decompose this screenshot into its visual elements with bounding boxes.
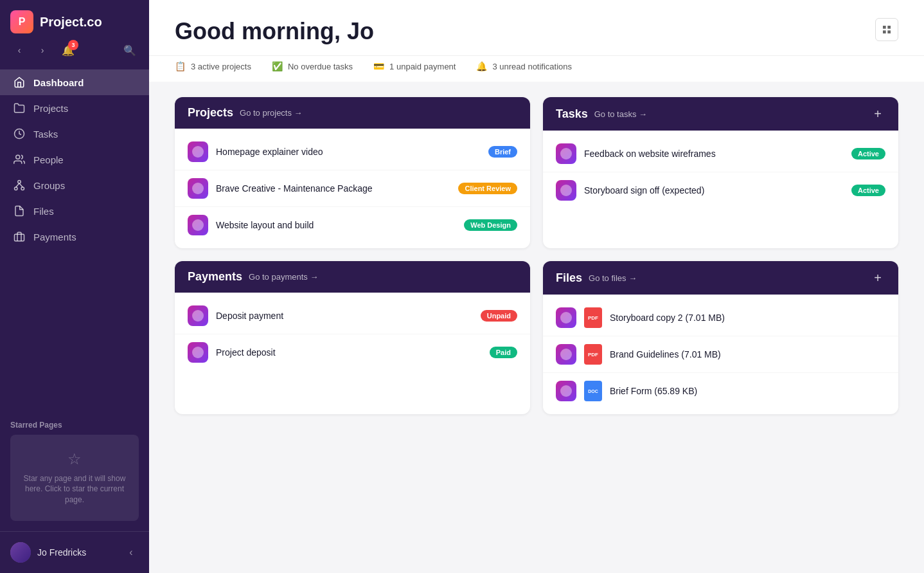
summary-active-projects: 📋 3 active projects bbox=[175, 61, 251, 71]
avatar bbox=[10, 542, 31, 563]
user-name: Jo Fredricks bbox=[37, 547, 86, 558]
sidebar-menu: Dashboard Projects Tasks People Groups bbox=[0, 64, 149, 410]
files-add-button[interactable]: + bbox=[870, 270, 885, 286]
project-badge-3: Web Design bbox=[464, 219, 517, 231]
payment-avatar-2 bbox=[188, 342, 208, 363]
home-icon bbox=[13, 76, 26, 89]
main-content: Good morning, Jo 📋 3 active projects ✅ N… bbox=[149, 0, 924, 573]
avatar-image bbox=[10, 542, 31, 563]
payment-badge-2: Paid bbox=[490, 347, 517, 358]
projects-card: Projects Go to projects → Homepage expla… bbox=[175, 97, 530, 248]
file-avatar-2 bbox=[556, 344, 576, 365]
sidebar: P Project.co ‹ › 🔔 3 🔍 Dashboard Project… bbox=[0, 0, 149, 573]
tasks-card-title: Tasks bbox=[556, 107, 588, 121]
task-badge-2: Active bbox=[851, 185, 885, 196]
sidebar-item-dashboard[interactable]: Dashboard bbox=[0, 69, 149, 95]
tasks-card-link[interactable]: Go to tasks → bbox=[594, 109, 647, 119]
file-row-2[interactable]: PDF Brand Guidelines (7.01 MB) bbox=[543, 336, 898, 373]
project-row-1[interactable]: Homepage explainer video Brief bbox=[175, 134, 530, 170]
file-name-2: Brand Guidelines (7.01 MB) bbox=[610, 349, 885, 359]
file-row-1[interactable]: PDF Storyboard copy 2 (7.01 MB) bbox=[543, 300, 898, 336]
project-avatar-3 bbox=[188, 215, 208, 235]
sidebar-footer: Jo Fredricks ‹ bbox=[0, 531, 149, 573]
grid-view-button[interactable] bbox=[875, 18, 898, 41]
nav-back-button[interactable]: ‹ bbox=[10, 41, 28, 59]
projects-card-title: Projects bbox=[188, 106, 233, 120]
summary-overdue-tasks: ✅ No overdue tasks bbox=[272, 61, 353, 71]
starred-placeholder: Star any page and it will show here. Cli… bbox=[21, 473, 129, 505]
payment-name-2: Project deposit bbox=[216, 347, 482, 358]
payments-card-header: Payments Go to payments → bbox=[175, 261, 530, 293]
pdf-icon-2: PDF bbox=[584, 344, 602, 365]
sidebar-item-people[interactable]: People bbox=[0, 147, 149, 172]
collapse-sidebar-button[interactable]: ‹ bbox=[123, 545, 139, 560]
payment-row-2[interactable]: Project deposit Paid bbox=[175, 334, 530, 370]
dashboard-content: Projects Go to projects → Homepage expla… bbox=[149, 82, 924, 573]
task-row-2[interactable]: Storyboard sign off (expected) Active bbox=[543, 172, 898, 208]
projects-card-header: Projects Go to projects → bbox=[175, 97, 530, 129]
file-avatar-3 bbox=[556, 381, 576, 401]
project-avatar-1 bbox=[188, 141, 208, 162]
project-badge-2: Client Review bbox=[458, 183, 517, 194]
projects-card-link[interactable]: Go to projects → bbox=[240, 108, 303, 118]
file-name-1: Storyboard copy 2 (7.01 MB) bbox=[610, 313, 885, 323]
svg-rect-9 bbox=[887, 26, 891, 29]
svg-point-4 bbox=[21, 187, 24, 190]
sidebar-item-label: People bbox=[33, 154, 64, 165]
unpaid-payment-text: 1 unpaid payment bbox=[389, 62, 456, 71]
sidebar-item-files[interactable]: Files bbox=[0, 198, 149, 224]
notification-summary-icon: 🔔 bbox=[476, 61, 487, 71]
project-row-3[interactable]: Website layout and build Web Design bbox=[175, 207, 530, 243]
projects-summary-icon: 📋 bbox=[175, 61, 186, 71]
summary-notifications: 🔔 3 unread notifications bbox=[476, 61, 572, 71]
page-title: Good morning, Jo bbox=[175, 18, 374, 45]
sidebar-item-payments[interactable]: Payments bbox=[0, 224, 149, 250]
task-badge-1: Active bbox=[851, 148, 885, 159]
payment-summary-icon: 💳 bbox=[373, 61, 384, 71]
files-card-link[interactable]: Go to files → bbox=[589, 273, 637, 283]
files-card-body: PDF Storyboard copy 2 (7.01 MB) PDF Bran… bbox=[543, 295, 898, 414]
projects-card-body: Homepage explainer video Brief Brave Cre… bbox=[175, 129, 530, 248]
svg-rect-8 bbox=[883, 26, 886, 29]
task-name-2: Storyboard sign off (expected) bbox=[584, 185, 844, 196]
payment-row-1[interactable]: Deposit payment Unpaid bbox=[175, 298, 530, 334]
sidebar-item-projects[interactable]: Projects bbox=[0, 95, 149, 121]
svg-rect-7 bbox=[15, 234, 24, 241]
task-avatar-1 bbox=[556, 143, 576, 164]
notification-button[interactable]: 🔔 3 bbox=[59, 41, 77, 59]
search-button[interactable]: 🔍 bbox=[121, 41, 139, 59]
project-name-3: Website layout and build bbox=[216, 220, 456, 230]
summary-bar: 📋 3 active projects ✅ No overdue tasks 💳… bbox=[149, 56, 924, 82]
star-icon: ☆ bbox=[67, 450, 82, 468]
notifications-text: 3 unread notifications bbox=[492, 62, 572, 71]
file-name-3: Brief Form (65.89 KB) bbox=[610, 386, 885, 396]
sidebar-item-groups[interactable]: Groups bbox=[0, 172, 149, 198]
tasks-add-button[interactable]: + bbox=[870, 106, 885, 122]
payments-card: Payments Go to payments → Deposit paymen… bbox=[175, 261, 530, 414]
groups-icon bbox=[13, 179, 26, 192]
file-icon bbox=[13, 205, 26, 217]
users-icon bbox=[13, 153, 26, 166]
payment-avatar-1 bbox=[188, 305, 208, 326]
file-row-3[interactable]: DOC Brief Form (65.89 KB) bbox=[543, 373, 898, 409]
nav-forward-button[interactable]: › bbox=[33, 41, 51, 59]
svg-line-6 bbox=[19, 183, 22, 187]
sidebar-item-tasks[interactable]: Tasks bbox=[0, 121, 149, 147]
logo-icon: P bbox=[10, 10, 33, 33]
tasks-card-body: Feedback on website wireframes Active St… bbox=[543, 131, 898, 214]
project-avatar-2 bbox=[188, 178, 208, 199]
project-name-1: Homepage explainer video bbox=[216, 147, 481, 157]
task-avatar-2 bbox=[556, 180, 576, 201]
payments-card-title: Payments bbox=[188, 270, 242, 284]
payments-card-link[interactable]: Go to payments → bbox=[249, 272, 318, 282]
tasks-card-header: Tasks Go to tasks → + bbox=[543, 97, 898, 131]
payment-badge-1: Unpaid bbox=[481, 310, 517, 322]
overdue-tasks-text: No overdue tasks bbox=[288, 62, 353, 71]
project-row-2[interactable]: Brave Creative - Maintenance Package Cli… bbox=[175, 170, 530, 207]
tasks-summary-icon: ✅ bbox=[272, 61, 283, 71]
task-row-1[interactable]: Feedback on website wireframes Active bbox=[543, 136, 898, 172]
files-card-title: Files bbox=[556, 271, 582, 285]
sidebar-item-label: Tasks bbox=[33, 129, 58, 140]
folder-icon bbox=[13, 102, 26, 114]
sidebar-item-label: Groups bbox=[33, 180, 65, 191]
